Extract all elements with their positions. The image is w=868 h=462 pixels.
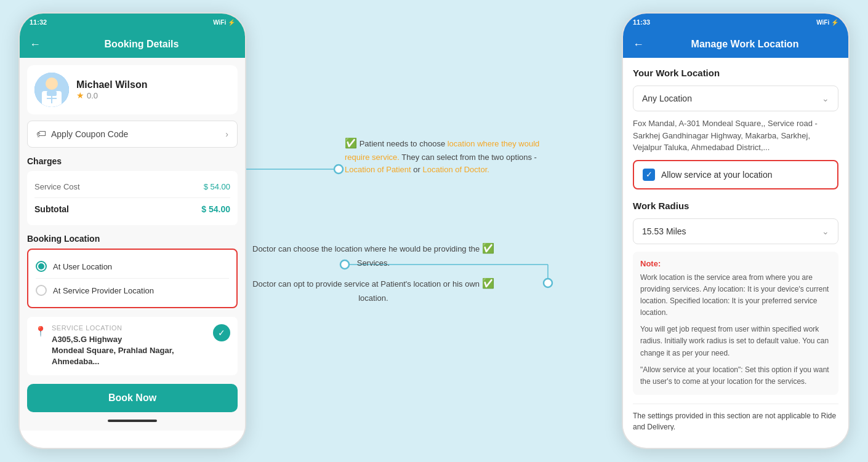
subtotal-row: Subtotal $ 54.00	[34, 201, 230, 218]
left-phone: 11:32 WiFi ⚡ ← Booking Details	[18, 12, 246, 449]
user-location-label: At User Location	[53, 262, 112, 271]
doctor-avatar	[34, 73, 69, 107]
service-cost-label: Service Cost	[34, 182, 80, 191]
doctor-info: Michael Wilson ★ 0.0	[76, 79, 230, 100]
left-phone-content: Michael Wilson ★ 0.0 🏷 Apply Coupon Code…	[20, 58, 245, 431]
left-back-button[interactable]: ←	[30, 38, 41, 51]
coupon-chevron-icon: ›	[225, 129, 228, 139]
location-pin-icon: 📍	[34, 325, 47, 337]
radius-dropdown-chevron-icon: ⌄	[822, 226, 829, 236]
bottom-note: The settings provided in this section ar…	[633, 404, 838, 431]
callout1-check-icon: ✅	[345, 135, 357, 151]
callout3-location: location.	[252, 292, 494, 305]
note-paragraph-3: "Allow service at your location": Set th…	[640, 364, 831, 388]
right-nav-title: Manage Work Location	[651, 39, 838, 50]
callout1-text: Patient needs to choose location where t…	[345, 139, 539, 174]
allow-service-box: ✓ Allow service at your location	[633, 160, 838, 189]
user-location-radio[interactable]	[36, 261, 47, 272]
annotation-area: ✅ Patient needs to choose location where…	[246, 0, 622, 462]
user-location-radio-inner	[38, 263, 44, 269]
left-navbar: ← Booking Details	[20, 31, 245, 58]
callout1-highlight: location where they would require servic…	[345, 139, 539, 162]
service-address-2: Mondeal Square, Prahlad Nagar, Ahmedaba.…	[52, 345, 208, 367]
left-nav-title: Booking Details	[48, 39, 235, 50]
service-location-label: SERVICE LOCATION	[52, 324, 208, 332]
work-location-address: Fox Mandal, A-301 Mondeal Square,, Servi…	[633, 117, 838, 154]
location-check-icon: ✓	[213, 324, 230, 341]
service-cost-value: $ 54.00	[204, 182, 230, 191]
note-paragraph-2: You will get job request from user withi…	[640, 324, 831, 359]
doctor-name: Michael Wilson	[76, 79, 230, 90]
bottom-callout: Doctor can choose the location where he …	[252, 240, 494, 306]
callout3-check-icon: ✅	[482, 275, 494, 292]
callout1-highlight3: Location of Doctor.	[423, 165, 489, 174]
right-time: 11:33	[633, 18, 650, 26]
callout1-highlight2: Location of Patient	[345, 165, 411, 174]
booking-location-card: At User Location At Service Provider Loc…	[27, 249, 238, 308]
radius-dropdown[interactable]: 15.53 Miles ⌄	[633, 218, 838, 244]
provider-location-radio[interactable]	[36, 285, 47, 296]
radius-dropdown-value: 15.53 Miles	[642, 226, 686, 236]
location-dropdown[interactable]: Any Location ⌄	[633, 86, 838, 111]
user-location-option[interactable]: At User Location	[36, 257, 229, 276]
book-now-button[interactable]: Book Now	[27, 384, 238, 412]
allow-service-checkbox[interactable]: ✓	[643, 169, 655, 181]
top-callout: ✅ Patient needs to choose location where…	[345, 135, 566, 177]
callout2-services: Services.	[252, 257, 494, 270]
service-location-card: 📍 SERVICE LOCATION A305,S.G Highway Mond…	[27, 317, 238, 375]
location-dropdown-value: Any Location	[642, 94, 692, 103]
doctor-image	[34, 73, 69, 107]
coupon-icon: 🏷	[36, 129, 46, 140]
booking-location-title: Booking Location	[27, 234, 238, 244]
doctor-card: Michael Wilson ★ 0.0	[27, 65, 238, 114]
star-icon: ★	[76, 90, 84, 100]
annotation-svg	[246, 0, 622, 462]
subtotal-value: $ 54.00	[201, 204, 230, 214]
svg-point-9	[340, 260, 349, 269]
work-radius-heading: Work Radius	[633, 201, 838, 211]
service-cost-row: Service Cost $ 54.00	[34, 178, 230, 195]
svg-point-1	[46, 78, 58, 90]
svg-point-7	[334, 165, 343, 173]
location-dropdown-chevron-icon: ⌄	[822, 94, 829, 103]
provider-location-label: At Service Provider Location	[53, 286, 154, 295]
subtotal-label: Subtotal	[34, 204, 69, 214]
left-status-icons: WiFi ⚡	[213, 19, 235, 26]
right-back-button[interactable]: ←	[633, 38, 644, 51]
coupon-label: Apply Coupon Code	[51, 129, 128, 139]
rating-value: 0.0	[87, 91, 98, 100]
right-phone-content: Your Work Location Any Location ⌄ Fox Ma…	[623, 58, 848, 431]
left-time: 11:32	[30, 18, 47, 26]
charges-section-title: Charges	[27, 156, 238, 166]
charges-card: Service Cost $ 54.00 Subtotal $ 54.00	[27, 171, 238, 225]
right-phone: 11:33 WiFi ⚡ ← Manage Work Location Your…	[622, 12, 850, 449]
doctor-rating: ★ 0.0	[76, 90, 230, 100]
note-title: Note:	[640, 259, 831, 268]
right-status-icons: WiFi ⚡	[816, 19, 838, 26]
callout2-check-icon: ✅	[482, 240, 494, 257]
coupon-button[interactable]: 🏷 Apply Coupon Code ›	[27, 121, 238, 148]
right-navbar: ← Manage Work Location	[623, 31, 848, 58]
note-box: Note: Work location is the service area …	[633, 252, 838, 396]
work-location-heading: Your Work Location	[633, 68, 838, 78]
allow-service-label: Allow service at your location	[661, 170, 773, 180]
service-address-1: A305,S.G Highway	[52, 334, 208, 345]
left-status-bar: 11:32 WiFi ⚡	[20, 14, 245, 31]
note-paragraph-1: Work location is the service area from w…	[640, 272, 831, 319]
left-home-indicator	[108, 420, 157, 422]
svg-point-11	[544, 279, 552, 287]
right-status-bar: 11:33 WiFi ⚡	[623, 14, 848, 31]
provider-location-option[interactable]: At Service Provider Location	[36, 281, 229, 300]
